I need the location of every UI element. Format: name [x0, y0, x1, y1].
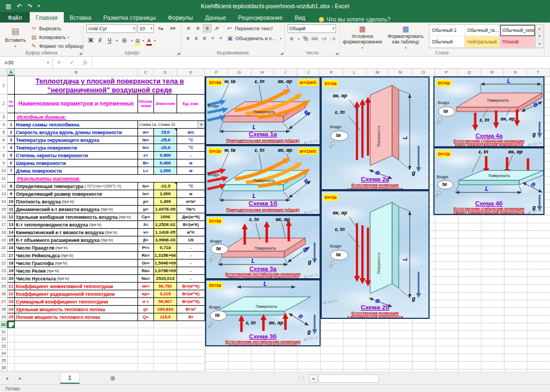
gallery-scroll-up-icon[interactable]: ▴: [536, 25, 543, 32]
fill-color-button[interactable]: ▨: [135, 35, 140, 46]
row-header[interactable]: 18: [0, 229, 8, 236]
row-header[interactable]: 9: [0, 159, 8, 167]
font-color-button[interactable]: А: [146, 35, 152, 46]
scheme-dropdown-icon[interactable]: ▼: [197, 121, 205, 128]
enter-icon[interactable]: ✓: [70, 59, 74, 65]
cell[interactable]: [177, 364, 205, 371]
cell[interactable]: [15, 343, 138, 350]
param-symbol-cell[interactable]: λ=: [138, 221, 154, 229]
column-header[interactable]: P: [435, 69, 458, 76]
cell[interactable]: [138, 350, 154, 357]
format-painter-button[interactable]: ✎Формат по образцу: [30, 42, 84, 50]
column-header[interactable]: F: [205, 69, 228, 76]
param-symbol-cell[interactable]: q=: [138, 306, 154, 313]
format-as-table-button[interactable]: ▦ Форматировать как таблицу ▾: [386, 24, 426, 51]
param-symbol-cell[interactable]: ε=: [138, 152, 154, 159]
cell[interactable]: [15, 328, 138, 335]
borders-button[interactable]: ⊞: [120, 36, 129, 45]
cell[interactable]: [154, 350, 177, 357]
row-header[interactable]: 1: [0, 76, 8, 95]
cell[interactable]: [138, 357, 154, 364]
param-number-cell[interactable]: 3: [8, 136, 15, 144]
ribbon-tab[interactable]: Главная: [30, 12, 64, 23]
copy-button[interactable]: ▤Копировать▾: [30, 33, 84, 41]
param-name-cell[interactable]: Коэффициент радиационной теплоотдачи: [15, 290, 138, 298]
row-header[interactable]: 21: [0, 252, 8, 260]
paste-button[interactable]: ▤ Вставить ▾: [3, 24, 28, 50]
param-number-cell[interactable]: 23: [8, 298, 15, 306]
param-name-cell[interactable]: Ширина поверхности: [15, 159, 138, 167]
ribbon-tab[interactable]: Файл: [0, 12, 30, 23]
cell[interactable]: [8, 335, 15, 343]
param-name-cell[interactable]: Кинематический к-т вязкости воздуха(при …: [15, 229, 138, 236]
param-value-cell[interactable]: -20,0: [154, 144, 177, 152]
conditional-formatting-button[interactable]: ▦ Условное форматирование ▾: [343, 24, 382, 51]
param-value-cell[interactable]: 1,504E+09: [154, 260, 177, 267]
row-header[interactable]: 13: [0, 190, 8, 198]
cell[interactable]: [15, 357, 138, 364]
cancel-icon[interactable]: ×: [57, 59, 61, 65]
param-value-cell[interactable]: 1,079E+09: [154, 267, 177, 275]
ribbon-tab[interactable]: Вид: [289, 12, 311, 23]
cell[interactable]: [138, 321, 154, 328]
cell[interactable]: [177, 335, 205, 343]
row-header[interactable]: 24: [0, 275, 8, 283]
param-number-cell[interactable]: 9: [8, 190, 15, 198]
cell[interactable]: [15, 321, 138, 328]
wrap-text-button[interactable]: ↩ Перенести текст: [226, 24, 273, 32]
param-value-cell[interactable]: 3,215: [154, 290, 177, 298]
param-symbol-cell[interactable]: Ra=: [138, 267, 154, 275]
shrink-font-button[interactable]: А▾: [167, 24, 178, 32]
row-header[interactable]: 29: [0, 313, 8, 321]
row-header[interactable]: 7: [0, 144, 8, 152]
row-header[interactable]: 28: [0, 306, 8, 313]
param-unit-cell[interactable]: Дж/(кг*К): [177, 213, 205, 221]
param-name-cell[interactable]: Полная мощность теплового потока: [15, 313, 138, 321]
header-cell[interactable]: Наименования параметров и переменных: [15, 95, 138, 113]
param-name-cell[interactable]: Номер схемы теплообмена: [15, 121, 138, 129]
cell-style-item[interactable]: Обычный_га...: [465, 25, 500, 36]
cell[interactable]: [177, 357, 205, 364]
increase-decimal-icon[interactable]: +,0: [320, 35, 327, 43]
cell[interactable]: [177, 350, 205, 357]
scheme-select[interactable]: Схема 1а, Схема 1б ▼: [138, 121, 205, 129]
column-header[interactable]: J: [297, 69, 320, 76]
param-unit-cell[interactable]: Вт/(м²*К): [177, 298, 205, 306]
decrease-indent-icon[interactable]: ≡: [209, 34, 217, 42]
param-unit-cell[interactable]: Вт/(м*К): [177, 221, 205, 229]
row-header[interactable]: 26: [0, 290, 8, 298]
param-value-cell[interactable]: 1,000: [154, 190, 177, 198]
param-unit-cell[interactable]: -: [177, 275, 205, 283]
param-unit-cell[interactable]: Вт/(м²*К): [177, 283, 205, 290]
param-value-cell[interactable]: -22,5: [154, 183, 177, 190]
param-name-cell[interactable]: Длина поверхности: [15, 167, 138, 175]
row-header[interactable]: 16: [0, 213, 8, 221]
param-symbol-cell[interactable]: tо=: [138, 183, 154, 190]
param-name-cell[interactable]: Число Грасгофа(при tо): [15, 260, 138, 267]
column-header[interactable]: T: [527, 69, 550, 76]
ribbon-tab[interactable]: Рецензирование: [232, 12, 289, 23]
param-unit-cell[interactable]: м²/с: [177, 229, 205, 236]
row-header[interactable]: 2: [0, 95, 8, 113]
param-unit-cell[interactable]: кг/м³: [177, 198, 205, 206]
param-value-cell[interactable]: -25,0: [154, 136, 177, 144]
param-number-cell[interactable]: 17: [8, 252, 15, 260]
cell-style-item[interactable]: Обычный_veter: [500, 25, 535, 36]
row-header[interactable]: 15: [0, 206, 8, 213]
row-header[interactable]: 35: [0, 357, 8, 364]
param-symbol-cell[interactable]: B=: [138, 159, 154, 167]
param-value-cell[interactable]: 0,400: [154, 159, 177, 167]
param-value-cell[interactable]: 3,990E-03: [154, 236, 177, 244]
param-value-cell[interactable]: 299,833: [154, 306, 177, 313]
param-value-cell[interactable]: 59,967: [154, 298, 177, 306]
cell[interactable]: [154, 328, 177, 335]
param-value-cell[interactable]: 1,607E-05: [154, 206, 177, 213]
sheet-tab[interactable]: 1: [60, 373, 80, 384]
param-number-cell[interactable]: 5: [8, 152, 15, 159]
param-number-cell[interactable]: 21: [8, 283, 15, 290]
cell[interactable]: [154, 357, 177, 364]
cell-style-item[interactable]: Обычный: [430, 36, 465, 48]
param-unit-cell[interactable]: м: [177, 167, 205, 175]
cell[interactable]: [138, 335, 154, 343]
param-symbol-cell[interactable]: tв=: [138, 136, 154, 144]
